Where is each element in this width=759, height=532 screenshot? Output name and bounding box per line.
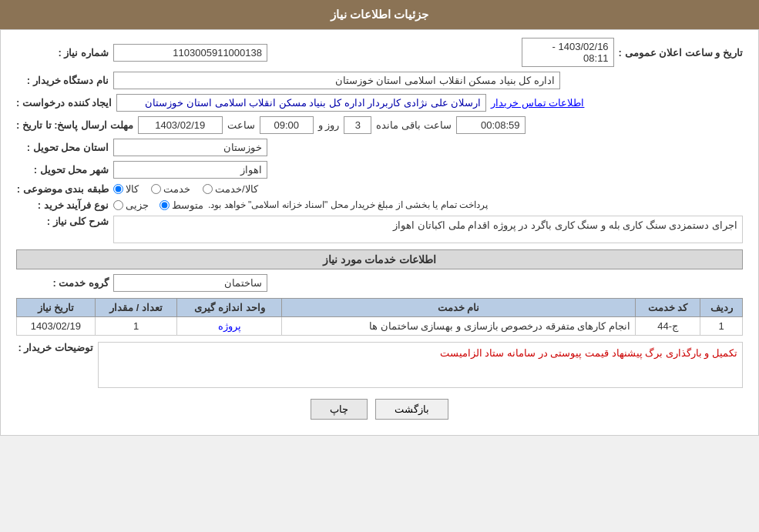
purchase-medium-label: متوسط <box>172 199 203 211</box>
purchase-type-radios: متوسط جزیی <box>113 199 203 211</box>
category-kala[interactable]: کالا <box>113 183 139 195</box>
purchase-medium[interactable]: متوسط <box>160 199 203 211</box>
city-row: اهواز شهر محل تحویل : <box>16 161 743 179</box>
cell-row: 1 <box>700 317 743 336</box>
button-row: بازگشت چاپ <box>16 399 743 420</box>
page-wrapper: جزئیات اطلاعات نیاز تاریخ و ساعت اعلان ع… <box>0 0 759 436</box>
service-group-value: ساختمان <box>113 274 267 292</box>
reply-time-value: 09:00 <box>260 116 314 134</box>
description-value: اجرای دستمزدی سنگ کاری بله و سنگ کاری با… <box>113 216 743 243</box>
category-kala-khidmat-label: کالا/خدمت <box>215 183 258 195</box>
province-value: خوزستان <box>113 139 267 156</box>
category-khidmat-label: خدمت <box>163 183 190 195</box>
announce-datetime-value: 1403/02/16 - 08:11 <box>522 38 614 67</box>
reply-deadline-row: 00:08:59 ساعت باقی مانده 3 روز و 09:00 س… <box>16 116 743 134</box>
col-name: نام خدمت <box>282 299 636 317</box>
buyer-description-value: تکمیل و بارگذاری برگ پیشنهاد قیمت پیوستی… <box>98 342 743 388</box>
services-section-title: اطلاعات خدمات مورد نیاز <box>16 249 743 269</box>
creator-value: ارسلان علی نژادی کاربردار اداره کل بنیاد… <box>116 94 486 112</box>
description-row: اجرای دستمزدی سنگ کاری بله و سنگ کاری با… <box>16 216 743 243</box>
category-label: طبقه بندی موضوعی : <box>16 183 109 195</box>
back-button[interactable]: بازگشت <box>375 399 448 420</box>
city-label: شهر محل تحویل : <box>16 164 109 176</box>
description-label: شرح کلی نیاز : <box>16 216 109 227</box>
purchase-medium-radio[interactable] <box>160 200 170 210</box>
category-kala-label: کالا <box>126 183 139 195</box>
page-header: جزئیات اطلاعات نیاز <box>0 0 759 29</box>
reply-remaining-label: ساعت باقی مانده <box>376 119 451 131</box>
category-row: کالا/خدمت خدمت کالا طبقه بندی موضوعی : <box>16 183 743 195</box>
purchase-partial-label: جزیی <box>126 199 149 211</box>
reply-days-value: 3 <box>344 116 371 134</box>
buyer-description-row: تکمیل و بارگذاری برگ پیشنهاد قیمت پیوستی… <box>16 342 743 388</box>
cell-code: ج-44 <box>636 317 700 336</box>
table-row: 1 ج-44 انجام کارهای متفرقه درخصوص بازساز… <box>17 317 743 336</box>
cell-date: 1403/02/19 <box>17 317 96 336</box>
category-khidmat[interactable]: خدمت <box>151 183 190 195</box>
cell-name: انجام کارهای متفرقه درخصوص بازسازی و بهس… <box>282 317 636 336</box>
services-table-section: ردیف کد خدمت نام خدمت واحد اندازه گیری ت… <box>16 298 743 336</box>
col-row: ردیف <box>700 299 743 317</box>
reply-time-label: ساعت <box>227 119 255 131</box>
col-code: کد خدمت <box>636 299 700 317</box>
need-number-row: تاریخ و ساعت اعلان عمومی : 1403/02/16 - … <box>16 38 743 67</box>
category-khidmat-radio[interactable] <box>151 184 161 194</box>
services-table: ردیف کد خدمت نام خدمت واحد اندازه گیری ت… <box>16 298 743 336</box>
province-row: خوزستان استان محل تحویل : <box>16 139 743 156</box>
creator-label: ایجاد کننده درخواست : <box>16 97 112 109</box>
col-quantity: تعداد / مقدار <box>95 299 177 317</box>
category-kala-khidmat-radio[interactable] <box>203 184 213 194</box>
buyer-org-value: اداره کل بنیاد مسکن انقلاب اسلامی استان … <box>113 72 560 89</box>
cell-quantity: 1 <box>95 317 177 336</box>
main-content: تاریخ و ساعت اعلان عمومی : 1403/02/16 - … <box>0 29 759 436</box>
announce-datetime-label: تاریخ و ساعت اعلان عمومی : <box>619 47 743 59</box>
purchase-type-note: پرداخت تمام یا بخشی از مبلغ خریدار محل "… <box>208 199 488 210</box>
service-group-row: ساختمان گروه خدمت : <box>16 274 743 292</box>
print-button[interactable]: چاپ <box>311 399 368 420</box>
purchase-partial[interactable]: جزیی <box>113 199 149 211</box>
need-number-value: 1103005911000138 <box>113 44 267 62</box>
buyer-org-row: اداره کل بنیاد مسکن انقلاب اسلامی استان … <box>16 72 743 89</box>
category-radio-group: کالا/خدمت خدمت کالا <box>113 183 258 195</box>
reply-date-value: 1403/02/19 <box>138 116 223 134</box>
col-unit: واحد اندازه گیری <box>177 299 282 317</box>
buyer-org-label: نام دستگاه خریدار : <box>16 75 109 86</box>
reply-remaining-value: 00:08:59 <box>456 116 526 134</box>
contact-link[interactable]: اطلاعات تماس خریدار <box>491 97 584 109</box>
creator-row: اطلاعات تماس خریدار ارسلان علی نژادی کار… <box>16 94 743 112</box>
service-group-label: گروه خدمت : <box>16 277 109 289</box>
category-kala-khidmat[interactable]: کالا/خدمت <box>203 183 258 195</box>
province-label: استان محل تحویل : <box>16 142 109 153</box>
purchase-partial-radio[interactable] <box>113 200 123 210</box>
reply-days-label: روز و <box>318 119 340 131</box>
purchase-type-label: نوع فرآیند خرید : <box>16 199 109 211</box>
cell-unit: پروژه <box>177 317 282 336</box>
buyer-description-label: توضیحات خریدار : <box>16 342 93 353</box>
need-number-label: شماره نیاز : <box>16 47 109 59</box>
purchase-type-row: پرداخت تمام یا بخشی از مبلغ خریدار محل "… <box>16 199 743 211</box>
page-title: جزئیات اطلاعات نیاز <box>331 8 428 21</box>
col-date: تاریخ نیاز <box>17 299 96 317</box>
city-value: اهواز <box>113 161 267 179</box>
category-kala-radio[interactable] <box>113 184 123 194</box>
reply-deadline-label: مهلت ارسال پاسخ: تا تاریخ : <box>16 119 133 131</box>
